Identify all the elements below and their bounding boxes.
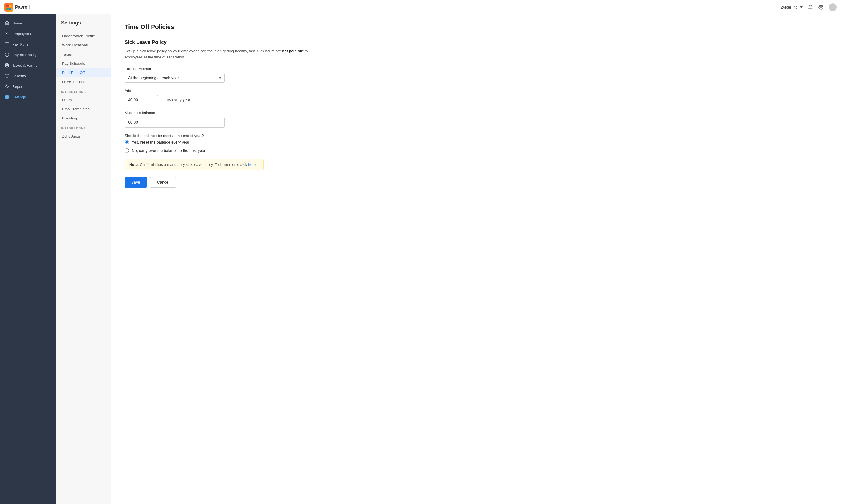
radio-yes-label: Yes, reset the balance every year — [132, 140, 189, 144]
settings-nav-branding[interactable]: Branding — [56, 114, 111, 123]
earning-method-label: Earning Method — [125, 67, 828, 71]
svg-rect-3 — [9, 7, 12, 10]
avatar[interactable] — [829, 3, 837, 11]
reports-icon — [4, 84, 10, 89]
svg-point-12 — [6, 96, 7, 97]
add-row: hours every year — [125, 95, 828, 105]
sidebar-item-home[interactable]: Home — [0, 18, 56, 28]
note-link[interactable]: here. — [248, 163, 257, 167]
svg-rect-0 — [6, 5, 8, 7]
sidebar-item-label: Pay Runs — [12, 42, 29, 47]
sidebar-item-employees[interactable]: Employees — [0, 28, 56, 39]
add-hours-input[interactable] — [125, 95, 158, 105]
settings-nav-paid-time-off[interactable]: Paid Time Off — [56, 68, 111, 77]
svg-point-5 — [5, 32, 7, 33]
main-sidebar: Home Employees Pay Runs — [0, 15, 56, 504]
sidebar-item-payroll-history[interactable]: Payroll History — [0, 50, 56, 60]
settings-nav-work-locations[interactable]: Work Locations — [56, 40, 111, 50]
radio-no-label: No, carry over the balance to the next y… — [132, 148, 206, 153]
cancel-button[interactable]: Cancel — [150, 177, 176, 187]
radio-no-item[interactable]: No, carry over the balance to the next y… — [125, 148, 828, 153]
product-name: Payroll — [15, 5, 30, 10]
settings-nav-email-templates[interactable]: Email Templates — [56, 105, 111, 114]
sidebar-item-taxes-forms[interactable]: Taxes & Forms — [0, 60, 56, 71]
settings-nav-integrations-section: INTEGRATIONS — [56, 86, 111, 95]
add-group: Add hours every year — [125, 89, 828, 105]
main-content: Time Off Policies Sick Leave Policy Set … — [111, 15, 841, 504]
note-box: Note: California has a mandatory sick le… — [125, 159, 264, 170]
radio-group: Yes, reset the balance every year No, ca… — [125, 140, 828, 153]
home-icon — [4, 21, 10, 25]
policy-description: Set up a sick leave policy so your emplo… — [125, 48, 319, 60]
sidebar-item-benefits[interactable]: Benefits — [0, 71, 56, 81]
earning-method-group: Earning Method At the beginning of each … — [125, 67, 828, 83]
max-balance-input[interactable] — [125, 117, 225, 127]
reset-group: Should the balance be reset at the end o… — [125, 133, 828, 153]
svg-rect-2 — [6, 7, 8, 10]
settings-nav-taxes[interactable]: Taxes — [56, 50, 111, 59]
earning-method-select[interactable]: At the beginning of each year Accrued pe… — [125, 73, 225, 83]
note-bold: Note: — [129, 163, 139, 167]
sidebar-item-label: Taxes & Forms — [12, 64, 37, 68]
employees-icon — [4, 31, 10, 36]
sidebar-item-label: Benefits — [12, 74, 26, 78]
payroll-history-icon — [4, 52, 10, 57]
hours-suffix: hours every year — [161, 97, 190, 102]
svg-rect-1 — [9, 5, 12, 7]
settings-icon[interactable] — [818, 4, 824, 10]
settings-nav-users[interactable]: Users — [56, 95, 111, 105]
reset-question-label: Should the balance be reset at the end o… — [125, 133, 828, 138]
settings-nav-zoho-section: INTEGRATIONS — [56, 123, 111, 132]
max-balance-label: Maximum balance — [125, 111, 828, 115]
sidebar-item-label: Employees — [12, 32, 31, 36]
settings-nav-org-profile[interactable]: Organization Profile — [56, 31, 111, 40]
radio-no-input[interactable] — [125, 148, 129, 153]
settings-gear-icon — [4, 94, 10, 100]
page-title: Time Off Policies — [125, 23, 828, 31]
settings-nav: Settings Organization Profile Work Locat… — [56, 15, 111, 504]
max-balance-group: Maximum balance — [125, 111, 828, 127]
topbar-right: Zylker Inc. — [780, 3, 837, 11]
settings-nav-direct-deposit[interactable]: Direct Deposit — [56, 77, 111, 86]
radio-yes-item[interactable]: Yes, reset the balance every year — [125, 140, 828, 144]
chevron-down-icon — [800, 6, 803, 8]
sidebar-item-label: Payroll History — [12, 53, 36, 57]
settings-nav-pay-schedule[interactable]: Pay Schedule — [56, 59, 111, 68]
zoho-logo — [4, 3, 13, 12]
svg-rect-6 — [5, 42, 8, 45]
policy-title: Sick Leave Policy — [125, 39, 828, 45]
svg-point-4 — [820, 6, 822, 8]
sidebar-item-reports[interactable]: Reports — [0, 81, 56, 92]
settings-nav-title: Settings — [56, 20, 111, 31]
save-button[interactable]: Save — [125, 177, 147, 187]
pay-runs-icon — [4, 42, 10, 47]
app-body: Home Employees Pay Runs — [0, 15, 841, 504]
taxes-forms-icon — [4, 63, 10, 68]
notifications-icon[interactable] — [808, 4, 813, 10]
sidebar-item-pay-runs[interactable]: Pay Runs — [0, 39, 56, 50]
button-row: Save Cancel — [125, 177, 828, 187]
sidebar-item-settings[interactable]: Settings — [0, 92, 56, 102]
sidebar-item-label: Reports — [12, 85, 25, 89]
sidebar-item-label: Settings — [12, 95, 26, 99]
settings-nav-zoho-apps[interactable]: Zoho Apps — [56, 132, 111, 141]
note-text: California has a mandatory sick leave po… — [139, 163, 248, 167]
topbar: Payroll Zylker Inc. — [0, 0, 841, 15]
radio-yes-input[interactable] — [125, 140, 129, 144]
benefits-icon — [4, 73, 10, 78]
company-selector[interactable]: Zylker Inc. — [780, 5, 803, 10]
add-label: Add — [125, 89, 828, 93]
sidebar-item-label: Home — [12, 21, 22, 25]
topbar-left: Payroll — [4, 3, 30, 12]
